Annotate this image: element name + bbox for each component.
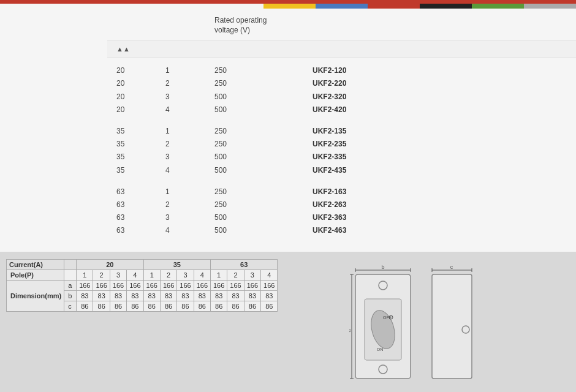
dim-pole-value: 4 xyxy=(194,270,210,281)
dim-pole-value: 1 xyxy=(143,270,160,281)
cell-pole: 1 xyxy=(165,186,214,198)
cell-model: UKF2-420 xyxy=(313,104,411,116)
product-row: 354500UKF2-435 xyxy=(116,164,567,177)
product-row: 201250UKF2-120 xyxy=(116,64,567,77)
cell-pole: 3 xyxy=(165,212,214,224)
stripe-gray xyxy=(524,4,576,9)
dim-row-a: Dimension(mm)a16616616616616616616616616… xyxy=(7,281,278,291)
product-row: 202250UKF2-220 xyxy=(116,77,567,90)
cell-current: 63 xyxy=(116,212,165,224)
cell-pole: 2 xyxy=(165,138,214,150)
dim-current-group-header: 35 xyxy=(143,260,210,270)
cell-pole: 4 xyxy=(165,225,214,236)
cell-pole: 3 xyxy=(165,91,214,103)
cell-pole: 4 xyxy=(165,104,214,116)
dim-value: 83 xyxy=(143,291,160,301)
cell-current: 20 xyxy=(116,104,165,116)
product-table: 201250UKF2-120202250UKF2-220203500UKF2-3… xyxy=(107,58,576,252)
cell-voltage: 500 xyxy=(214,104,313,116)
cell-current: 20 xyxy=(116,78,165,89)
stripe-yellow xyxy=(263,4,316,9)
col-header-voltage: Rated operatingvoltage (V) xyxy=(214,16,313,35)
stripe-white xyxy=(107,4,263,9)
product-row: 351250UKF2-135 xyxy=(116,125,567,138)
dim-abc-label: c xyxy=(64,301,77,312)
cell-voltage: 500 xyxy=(214,165,313,176)
dim-value: 83 xyxy=(160,291,176,301)
product-group-2: 631250UKF2-163632250UKF2-263633500UKF2-3… xyxy=(116,186,567,238)
dim-value: 86 xyxy=(127,301,143,312)
cell-model: UKF2-235 xyxy=(313,138,411,150)
dim-value: 86 xyxy=(194,301,210,312)
svg-text:ON: ON xyxy=(377,347,384,352)
col-header-model xyxy=(313,16,411,35)
dim-value: 86 xyxy=(177,301,194,312)
stripe-blue xyxy=(316,4,368,9)
cell-model: UKF2-220 xyxy=(313,78,411,89)
dim-value: 83 xyxy=(93,291,110,301)
dim-value: 166 xyxy=(110,281,126,291)
cell-current: 35 xyxy=(116,126,165,137)
cell-voltage: 500 xyxy=(214,151,313,163)
dim-pole-value: 1 xyxy=(77,270,93,281)
dim-pole-value: 1 xyxy=(211,270,227,281)
dim-pole-value: 3 xyxy=(110,270,126,281)
dim-value: 83 xyxy=(211,291,227,301)
dim-value: 83 xyxy=(227,291,244,301)
dim-pole-value: 4 xyxy=(127,270,143,281)
dimension-table: Current(A)203563Pole(P)123412341234Dimen… xyxy=(6,259,278,312)
cell-model: UKF2-320 xyxy=(313,91,411,103)
product-row: 633500UKF2-363 xyxy=(116,211,567,224)
cell-model: UKF2-335 xyxy=(313,151,411,163)
right-content: Rated operatingvoltage (V) ▲▲ 201250UKF2… xyxy=(107,4,576,252)
dim-current-group-header: 20 xyxy=(77,260,143,270)
dim-value: 166 xyxy=(127,281,143,291)
dim-value: 83 xyxy=(194,291,210,301)
dim-value: 86 xyxy=(77,301,93,312)
dim-value: 83 xyxy=(177,291,194,301)
top-section: Rated operatingvoltage (V) ▲▲ 201250UKF2… xyxy=(0,4,576,252)
diagram-area: b OFF ON xyxy=(257,259,570,388)
stripe-black xyxy=(420,4,472,9)
cell-model: UKF2-263 xyxy=(313,199,411,211)
cell-current: 20 xyxy=(116,91,165,103)
cell-model: UKF2-163 xyxy=(313,186,411,198)
product-row: 632250UKF2-263 xyxy=(116,198,567,211)
dim-value: 86 xyxy=(93,301,110,312)
left-label-area xyxy=(0,4,107,252)
dim-value: 86 xyxy=(211,301,227,312)
color-stripe xyxy=(107,4,576,9)
dim-value: 166 xyxy=(93,281,110,291)
stripe-red xyxy=(368,4,420,9)
main-container: Rated operatingvoltage (V) ▲▲ 201250UKF2… xyxy=(0,4,576,392)
cell-voltage: 500 xyxy=(214,91,313,103)
dim-pole-value: 3 xyxy=(177,270,194,281)
dim-abc-label: b xyxy=(64,291,77,301)
product-row: 634500UKF2-463 xyxy=(116,224,567,237)
cell-current: 20 xyxy=(116,65,165,77)
product-row: 631250UKF2-163 xyxy=(116,186,567,198)
cell-voltage: 250 xyxy=(214,65,313,77)
cell-pole: 1 xyxy=(165,65,214,77)
col-header-pole xyxy=(165,16,214,35)
device-side-view: c xyxy=(429,265,478,388)
svg-rect-20 xyxy=(432,274,472,379)
cell-model: UKF2-435 xyxy=(313,165,411,176)
cell-current: 35 xyxy=(116,151,165,163)
svg-text:c: c xyxy=(450,265,453,270)
dim-dimension-label: Dimension(mm) xyxy=(7,281,64,312)
product-row: 204500UKF2-420 xyxy=(116,104,567,116)
dim-pole-value: 2 xyxy=(160,270,176,281)
ip-switch-icon: ▲▲ xyxy=(116,45,130,53)
dim-value: 166 xyxy=(227,281,244,291)
cell-current: 63 xyxy=(116,199,165,211)
dim-pole-value: 2 xyxy=(93,270,110,281)
product-group-0: 201250UKF2-120202250UKF2-220203500UKF2-3… xyxy=(116,64,567,116)
dim-value: 166 xyxy=(77,281,93,291)
cell-voltage: 500 xyxy=(214,225,313,236)
cell-model: UKF2-363 xyxy=(313,212,411,224)
dim-value: 166 xyxy=(211,281,227,291)
stripe-green xyxy=(472,4,524,9)
cell-current: 35 xyxy=(116,138,165,150)
dim-value: 166 xyxy=(160,281,176,291)
